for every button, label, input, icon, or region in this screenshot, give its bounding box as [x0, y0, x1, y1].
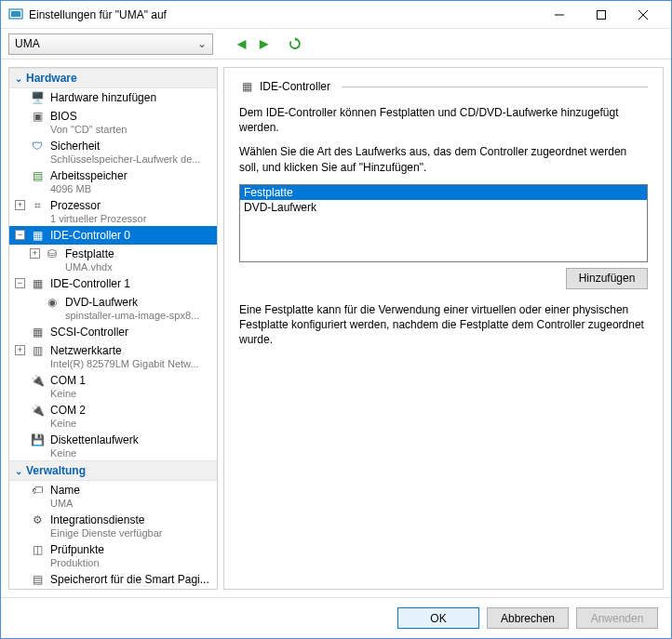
tree-ide0-disk[interactable]: +⛁FestplatteUMA.vhdx	[9, 245, 217, 274]
tree-floppy[interactable]: 💾DiskettenlaufwerkKeine	[9, 431, 217, 460]
tree-name[interactable]: 🏷NameUMA	[9, 481, 217, 511]
list-item[interactable]: DVD-Laufwerk	[240, 200, 647, 215]
apply-button[interactable]: Anwenden	[576, 607, 658, 629]
tree-com1[interactable]: 🔌COM 1Keine	[9, 371, 217, 401]
cpu-icon: ⌗	[30, 198, 45, 213]
controller-icon: ▦	[30, 228, 45, 243]
ok-button[interactable]: OK	[397, 607, 479, 629]
settings-tree[interactable]: ⌄Hardware 🖥️Hardware hinzufügen ▣BIOSVon…	[8, 67, 218, 590]
expander-icon[interactable]: +	[15, 345, 25, 355]
tree-com2[interactable]: 🔌COM 2Keine	[9, 401, 217, 431]
chevron-down-icon: ⌄	[197, 37, 207, 50]
minimize-button[interactable]	[538, 2, 580, 28]
vm-selector[interactable]: UMA ⌄	[8, 33, 213, 55]
tree-memory[interactable]: ▤Arbeitsspeicher4096 MB	[9, 166, 217, 196]
paging-icon: ▤	[30, 572, 45, 587]
tree-network-adapter[interactable]: +▥NetzwerkkarteIntel(R) 82579LM Gigabit …	[9, 341, 217, 371]
name-icon: 🏷	[30, 483, 45, 498]
floppy-icon: 💾	[30, 433, 45, 447]
tree-security[interactable]: 🛡SicherheitSchlüsselspeicher-Laufwerk de…	[9, 137, 217, 166]
controller-icon: ▦	[30, 276, 45, 291]
controller-icon: ▦	[239, 79, 254, 94]
refresh-button[interactable]	[286, 34, 304, 53]
tree-add-hardware[interactable]: 🖥️Hardware hinzufügen	[9, 88, 217, 107]
detail-panel: ▦ IDE-Controller Dem IDE-Controller könn…	[223, 67, 664, 590]
add-button[interactable]: Hinzufügen	[566, 268, 648, 289]
tree-integration-services[interactable]: ⚙IntegrationsdiensteEinige Dienste verfü…	[9, 511, 217, 540]
tree-ide1-dvd[interactable]: ◉DVD-Laufwerkspinstaller-uma-image-spx8.…	[9, 293, 217, 323]
tree-ide-controller-0[interactable]: −▦IDE-Controller 0	[9, 226, 217, 245]
nav-prev-button[interactable]: ◀	[232, 34, 250, 53]
section-management: ⌄Verwaltung	[9, 460, 217, 481]
dialog-footer: OK Abbrechen Anwenden	[1, 597, 671, 638]
bios-icon: ▣	[30, 109, 45, 124]
expander-icon[interactable]: −	[15, 230, 25, 240]
svg-rect-3	[597, 10, 605, 19]
nav-next-button[interactable]: ▶	[254, 34, 273, 53]
serial-port-icon: 🔌	[30, 373, 45, 388]
network-icon: ▥	[30, 343, 45, 358]
toolbar: UMA ⌄ ◀ ▶	[1, 29, 671, 60]
serial-port-icon: 🔌	[30, 403, 45, 418]
tree-bios[interactable]: ▣BIOSVon "CD" starten	[9, 107, 217, 137]
panel-title: IDE-Controller	[260, 80, 330, 93]
harddisk-icon: ⛁	[45, 246, 60, 261]
checkpoint-icon: ◫	[30, 542, 45, 557]
vm-selector-value: UMA	[15, 37, 40, 50]
panel-note: Eine Festplatte kann für die Verwendung …	[239, 302, 648, 348]
integration-icon: ⚙	[30, 513, 45, 527]
section-hardware: ⌄Hardware	[9, 68, 217, 88]
tree-scsi-controller[interactable]: ▦SCSI-Controller	[9, 323, 217, 341]
titlebar: Einstellungen für "UMA" auf	[1, 1, 671, 29]
tree-smart-paging[interactable]: ▤Speicherort für die Smart Pagi...C:\Hyp…	[9, 570, 217, 590]
dvd-icon: ◉	[45, 295, 60, 310]
expander-icon[interactable]: +	[15, 200, 25, 210]
maximize-button[interactable]	[580, 2, 622, 28]
expander-icon[interactable]: −	[15, 278, 25, 288]
app-icon	[8, 7, 23, 22]
tree-processor[interactable]: +⌗Prozessor1 virtueller Prozessor	[9, 196, 217, 226]
drive-type-listbox[interactable]: Festplatte DVD-Laufwerk	[239, 184, 648, 262]
expander-icon[interactable]: +	[30, 248, 40, 259]
tree-checkpoints[interactable]: ◫PrüfpunkteProduktion	[9, 540, 217, 570]
window-title: Einstellungen für "UMA" auf	[29, 8, 538, 21]
panel-description-1: Dem IDE-Controller können Festplatten un…	[239, 105, 648, 135]
svg-rect-1	[11, 11, 20, 17]
close-button[interactable]	[622, 2, 664, 28]
memory-icon: ▤	[30, 168, 45, 183]
cancel-button[interactable]: Abbrechen	[487, 607, 569, 629]
shield-icon: 🛡	[30, 139, 45, 153]
add-hardware-icon: 🖥️	[30, 90, 45, 105]
controller-icon: ▦	[30, 325, 45, 339]
panel-description-2: Wählen Sie die Art des Laufwerks aus, da…	[239, 144, 648, 174]
list-item[interactable]: Festplatte	[240, 185, 647, 200]
tree-ide-controller-1[interactable]: −▦IDE-Controller 1	[9, 274, 217, 293]
